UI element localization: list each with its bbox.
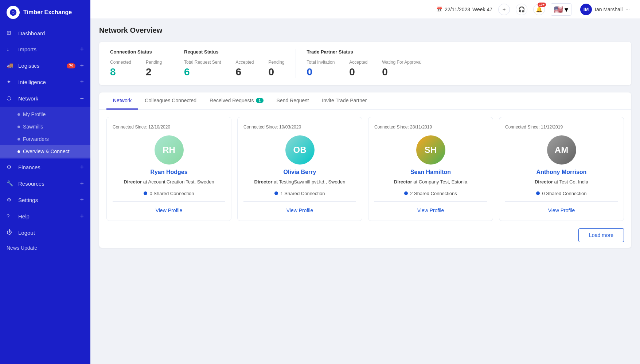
card-divider	[505, 201, 618, 202]
total-inv-col: Total Invitation 0	[307, 60, 335, 78]
stats-card: Connection Status Connected 8 Pending 2	[99, 42, 631, 85]
subnav-dot	[17, 138, 20, 141]
accepted-value: 6	[236, 66, 242, 78]
sidebar-item-label: Logout	[18, 230, 84, 236]
collapse-icon: −	[80, 95, 84, 102]
user-name: Ian Marshall	[595, 7, 623, 12]
person-role: Director at Test Co, India	[535, 178, 588, 186]
view-profile-button[interactable]: View Profile	[414, 206, 447, 215]
connection-card: Connected Since: 10/03/2020 OB Olivia Be…	[237, 117, 362, 221]
tabs-header: Network Colleagues Connected Received Re…	[99, 92, 631, 110]
sidebar-item-resources[interactable]: 🔧 Resources +	[0, 175, 90, 192]
person-name: Ryan Hodges	[150, 169, 187, 175]
sidebar-item-label: Network	[18, 95, 75, 102]
logo[interactable]: Timber Exchange	[0, 0, 90, 25]
connection-count: 1 Shared Connection	[280, 191, 325, 196]
sidebar-item-intelligence[interactable]: ✦ Intelligence +	[0, 74, 90, 90]
subnav-label: Overview & Connect	[23, 149, 70, 154]
truck-icon: 🚚	[7, 62, 14, 70]
sidebar-item-imports[interactable]: ↓ Imports +	[0, 41, 90, 58]
waiting-label: Wating For Approval	[382, 60, 421, 65]
connection-dot	[274, 191, 278, 195]
topbar: 📅 22/11/2023 Week 47 + 🎧 🔔 10+ 🇺🇸 ▾ IM I…	[90, 0, 640, 19]
network-subnav: My Profile Sawmills Forwarders Overview …	[0, 107, 90, 159]
subnav-label: Sawmills	[23, 124, 43, 130]
sidebar-item-label: Finances	[18, 164, 75, 170]
date-display: 📅 22/11/2023 Week 47	[436, 7, 492, 12]
sidebar-item-help[interactable]: ? Help +	[0, 208, 90, 225]
trade-partner-label: Trade Partner Status	[307, 49, 422, 55]
person-avatar: RH	[155, 135, 184, 165]
card-divider	[374, 201, 487, 202]
connected-col: Connected 8	[110, 60, 131, 78]
calendar-icon: 📅	[436, 7, 442, 12]
sidebar-item-label: Logistics	[18, 63, 62, 69]
network-icon: ⬡	[7, 95, 14, 102]
view-profile-button[interactable]: View Profile	[153, 206, 186, 215]
connection-dot	[536, 191, 540, 195]
tp-accepted-value: 0	[349, 66, 355, 78]
tab-label: Invite Trade Partner	[322, 98, 367, 103]
expand-icon: +	[80, 196, 84, 204]
gear-icon: ⚙	[7, 197, 14, 204]
card-divider	[243, 201, 356, 202]
language-selector[interactable]: 🇺🇸 ▾	[551, 3, 571, 16]
sidebar-item-network[interactable]: ⬡ Network −	[0, 90, 90, 107]
req-pending-col: Pending 0	[269, 60, 285, 78]
sidebar-item-settings[interactable]: ⚙ Settings +	[0, 192, 90, 208]
avatar: IM	[580, 4, 592, 15]
connection-count: 2 Shared Connections	[410, 191, 457, 196]
sidebar-item-forwarders[interactable]: Forwarders	[0, 133, 90, 145]
expand-icon: +	[80, 78, 84, 86]
sidebar-item-sawmills[interactable]: Sawmills	[0, 120, 90, 133]
sidebar-item-logistics[interactable]: 🚚 Logistics 79 +	[0, 58, 90, 74]
expand-icon: +	[80, 180, 84, 187]
load-more-button[interactable]: Load more	[578, 228, 624, 242]
connections-grid: Connected Since: 12/10/2020 RH Ryan Hodg…	[99, 110, 631, 228]
tp-accepted-col: Accepted 0	[349, 60, 367, 78]
pending-col: Pending 2	[146, 60, 162, 78]
trade-partner-section: Trade Partner Status Total Invitation 0 …	[307, 49, 422, 78]
logo-icon	[7, 6, 20, 19]
user-menu[interactable]: IM Ian Marshall ···	[577, 2, 633, 17]
sidebar-item-my-profile[interactable]: My Profile	[0, 108, 90, 120]
sidebar-item-dashboard[interactable]: ⊞ Dashboard	[0, 25, 90, 41]
tab-network[interactable]: Network	[106, 92, 138, 110]
tab-send-request[interactable]: Send Request	[270, 92, 316, 110]
sidebar-item-overview-connect[interactable]: Overview & Connect	[0, 145, 90, 158]
subnav-dot	[17, 126, 20, 128]
tab-label: Send Request	[277, 98, 309, 103]
tab-received-requests[interactable]: Received Requests 1	[203, 92, 270, 110]
person-role: Director at TestingSawmill pvt.ltd., Swe…	[254, 178, 346, 186]
total-inv-label: Total Invitation	[307, 60, 335, 65]
shared-connections: 0 Shared Connection	[536, 191, 586, 196]
headset-button[interactable]: 🎧	[516, 4, 527, 15]
request-status-section: Request Status Total Request Sent 6 Acce…	[184, 49, 285, 78]
chevron-down-icon: ▾	[565, 5, 568, 14]
subnav-dot	[17, 150, 20, 153]
sidebar-item-label: Help	[18, 213, 75, 219]
sidebar-item-finances[interactable]: ⚙ Finances +	[0, 159, 90, 175]
view-profile-button[interactable]: View Profile	[545, 206, 578, 215]
stats-grid: Connection Status Connected 8 Pending 2	[110, 49, 620, 78]
person-avatar: AM	[547, 135, 576, 165]
content-area: Network Overview Connection Status Conne…	[90, 19, 640, 364]
person-name: Anthony Morrison	[536, 169, 587, 175]
connected-label: Connected	[110, 60, 131, 65]
tab-label: Received Requests	[210, 98, 254, 103]
tab-invite-trade-partner[interactable]: Invite Trade Partner	[315, 92, 373, 110]
power-icon: ⏻	[7, 229, 14, 236]
request-status-label: Request Status	[184, 49, 285, 55]
add-button[interactable]: +	[498, 4, 510, 15]
user-menu-dots: ···	[625, 7, 630, 12]
connection-dot	[404, 191, 408, 195]
notification-button[interactable]: 🔔 10+	[533, 4, 545, 15]
notification-badge: 10+	[538, 3, 546, 7]
dollar-icon: ⚙	[7, 164, 14, 171]
sidebar-item-logout[interactable]: ⏻ Logout	[0, 225, 90, 241]
view-profile-button[interactable]: View Profile	[284, 206, 316, 215]
tab-colleagues[interactable]: Colleagues Connected	[138, 92, 203, 110]
received-requests-badge: 1	[256, 98, 263, 103]
connection-card: Connected Since: 12/10/2020 RH Ryan Hodg…	[106, 117, 231, 221]
expand-icon: +	[80, 46, 84, 53]
